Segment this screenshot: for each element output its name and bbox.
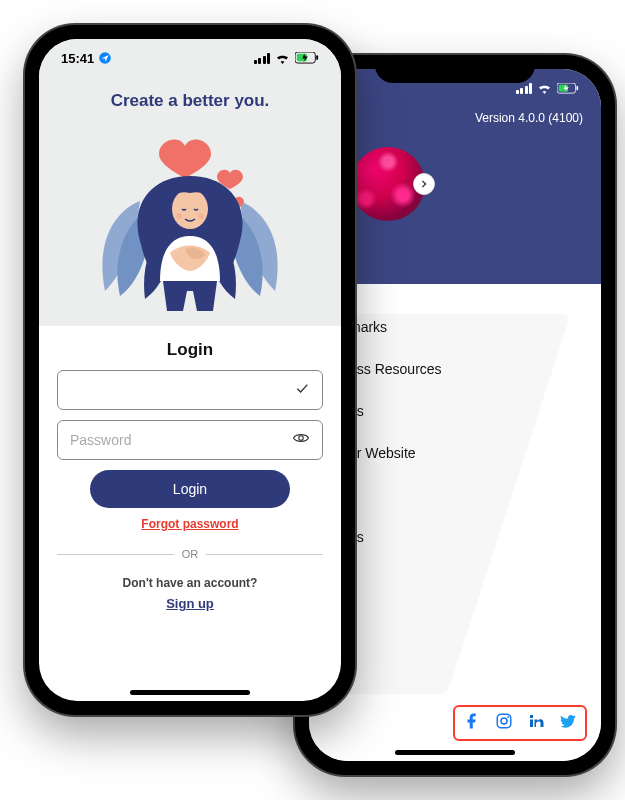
password-field-wrap[interactable] xyxy=(57,420,323,460)
username-field[interactable] xyxy=(70,382,294,398)
username-field-wrap[interactable] xyxy=(57,370,323,410)
battery-icon xyxy=(295,52,319,64)
login-heading: Login xyxy=(57,340,323,360)
signup-link[interactable]: Sign up xyxy=(166,596,214,611)
svg-point-5 xyxy=(507,716,509,718)
twitter-icon[interactable] xyxy=(559,712,577,734)
password-field[interactable] xyxy=(70,432,292,448)
login-card: Login Login Forgot password OR Do xyxy=(39,326,341,612)
facebook-icon[interactable] xyxy=(463,712,481,734)
battery-icon xyxy=(557,83,579,94)
svg-point-13 xyxy=(299,436,304,441)
screen-front: 15:41 Create a better you. xyxy=(39,39,341,701)
avatar-next-button[interactable] xyxy=(413,173,435,195)
linkedin-icon[interactable] xyxy=(527,712,545,734)
svg-rect-9 xyxy=(316,55,318,60)
check-icon xyxy=(294,380,310,400)
svg-point-12 xyxy=(198,213,204,219)
home-indicator xyxy=(395,750,515,755)
or-label: OR xyxy=(182,548,199,560)
wifi-icon xyxy=(275,53,290,64)
location-icon xyxy=(98,51,112,65)
svg-point-4 xyxy=(501,718,507,724)
hero-title: Create a better you. xyxy=(39,91,341,111)
hero-section: Create a better you. xyxy=(39,77,341,326)
eye-icon[interactable] xyxy=(292,429,310,451)
hero-illustration xyxy=(39,121,341,316)
svg-point-10 xyxy=(172,189,208,229)
forgot-password-link[interactable]: Forgot password xyxy=(141,517,238,531)
home-indicator xyxy=(130,690,250,695)
or-divider: OR xyxy=(57,548,323,560)
signal-icon xyxy=(254,53,271,64)
avatar-wrap xyxy=(351,147,425,221)
signal-icon xyxy=(516,83,533,94)
status-time: 15:41 xyxy=(61,51,94,66)
wifi-icon xyxy=(537,83,552,94)
svg-rect-2 xyxy=(576,85,578,89)
instagram-icon[interactable] xyxy=(495,712,513,734)
login-button[interactable]: Login xyxy=(90,470,290,508)
svg-point-11 xyxy=(176,213,182,219)
no-account-text: Don't have an account? xyxy=(57,576,323,590)
social-row xyxy=(453,705,587,741)
phone-front: 15:41 Create a better you. xyxy=(25,25,355,715)
version-label: Version 4.0.0 (4100) xyxy=(475,111,583,125)
status-bar-front: 15:41 xyxy=(39,39,341,77)
